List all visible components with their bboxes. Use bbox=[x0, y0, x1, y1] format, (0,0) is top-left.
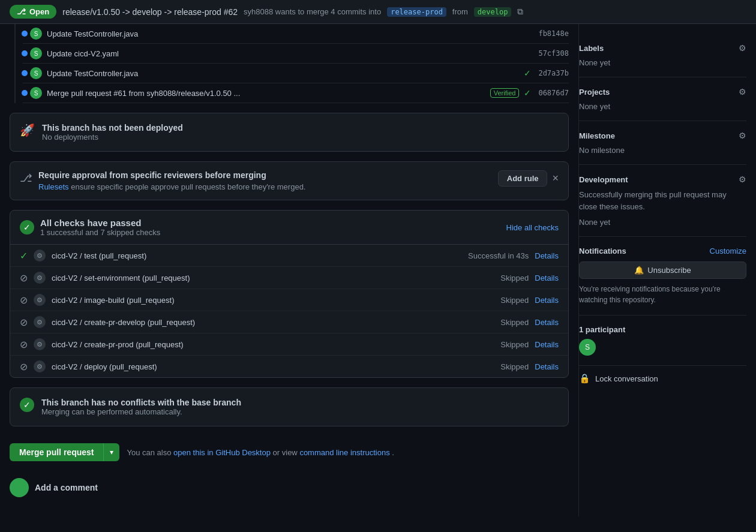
no-conflict-icon: ✓ bbox=[20, 398, 34, 412]
labels-title: Labels bbox=[579, 44, 604, 53]
list-item: ⊘ ⚙ cicd-V2 / deploy (pull_request) Skip… bbox=[10, 356, 568, 377]
check-status: Skipped bbox=[500, 362, 529, 371]
details-link[interactable]: Details bbox=[535, 273, 559, 282]
avatar: S bbox=[30, 67, 42, 79]
commit-sha[interactable]: 06876d7 bbox=[538, 89, 569, 97]
check-status: Skipped bbox=[500, 273, 529, 282]
unsubscribe-label: Unsubscribe bbox=[647, 266, 691, 275]
merge-pull-request-button[interactable]: Merge pull request bbox=[10, 443, 103, 461]
add-comment-title: Add a comment bbox=[35, 483, 98, 492]
main-content: S Update TestController.java fb8148e S U… bbox=[0, 24, 578, 516]
check-status: Successful in 43s bbox=[468, 251, 529, 260]
no-conflict-subtitle: Merging can be performed automatically. bbox=[41, 407, 241, 416]
open-label: Open bbox=[29, 7, 49, 16]
deploy-notice: 🚀 This branch has not been deployed No d… bbox=[10, 113, 569, 152]
hide-checks-link[interactable]: Hide all checks bbox=[506, 223, 559, 232]
cli-instructions-link[interactable]: command line instructions bbox=[299, 448, 389, 457]
from-text: from bbox=[452, 7, 468, 16]
add-comment-section: Add a comment bbox=[10, 468, 569, 507]
table-row: S Update TestController.java ✓ 2d7a37b bbox=[23, 64, 569, 83]
commit-sha[interactable]: fb8148e bbox=[538, 29, 569, 38]
notifications-desc: You're receiving notifications because y… bbox=[579, 284, 746, 305]
no-conflict-section: ✓ This branch has no conflicts with the … bbox=[10, 387, 569, 426]
open-desktop-link[interactable]: open this in GitHub Desktop bbox=[173, 448, 271, 457]
checks-section: ✓ All checks have passed 1 successful an… bbox=[10, 210, 569, 378]
labels-value: None yet bbox=[579, 58, 610, 67]
avatar: S bbox=[30, 87, 42, 99]
open-badge: ⎇ Open bbox=[10, 5, 56, 19]
details-link[interactable]: Details bbox=[535, 251, 559, 260]
list-item: ✓ ⚙ cicd-V2 / test (pull_request) Succes… bbox=[10, 245, 568, 267]
details-link[interactable]: Details bbox=[535, 318, 559, 327]
pr-title: release/v1.0.50 -> develop -> release-pr… bbox=[62, 7, 238, 17]
projects-value: None yet bbox=[579, 102, 610, 111]
rulesets-link[interactable]: Rulesets bbox=[38, 182, 69, 191]
commit-sha[interactable]: 2d7a37b bbox=[538, 69, 569, 77]
milestone-value: No milestone bbox=[579, 146, 625, 155]
check-name: cicd-V2 / test (pull_request) bbox=[52, 251, 462, 260]
customize-notifications-link[interactable]: Customize bbox=[710, 247, 746, 256]
sidebar-development-section: Development ⚙ Successfully merging this … bbox=[579, 165, 746, 237]
commits-section: S Update TestController.java fb8148e S U… bbox=[14, 24, 569, 103]
check-status: Skipped bbox=[500, 318, 529, 327]
source-branch[interactable]: develop bbox=[474, 7, 512, 17]
development-gear-icon[interactable]: ⚙ bbox=[739, 175, 746, 184]
commit-message: Update TestController.java bbox=[47, 29, 533, 38]
participants-title: 1 participant bbox=[579, 325, 746, 334]
target-branch[interactable]: release-prod bbox=[387, 7, 446, 17]
development-value: None yet bbox=[579, 218, 610, 227]
ruleset-banner: ⎇ Require approval from specific reviewe… bbox=[10, 161, 569, 200]
check-skip-icon: ⊘ bbox=[20, 339, 28, 350]
sidebar-projects-section: Projects ⚙ None yet bbox=[579, 77, 746, 121]
sidebar-labels-section: Labels ⚙ None yet bbox=[579, 34, 746, 77]
commit-message: Update TestController.java bbox=[47, 69, 519, 78]
checks-subtitle: 1 successful and 7 skipped checks bbox=[40, 228, 160, 237]
milestone-title: Milestone bbox=[579, 131, 615, 140]
merge-row: Merge pull request ▾ You can also open t… bbox=[10, 436, 569, 468]
unsubscribe-button[interactable]: 🔔 Unsubscribe bbox=[579, 262, 746, 279]
github-actions-icon: ⚙ bbox=[34, 294, 46, 306]
avatar: S bbox=[30, 47, 42, 59]
table-row: S Merge pull request #61 from syh8088/re… bbox=[23, 83, 569, 103]
details-link[interactable]: Details bbox=[535, 296, 559, 305]
check-icon: ✓ bbox=[524, 68, 531, 78]
milestone-gear-icon[interactable]: ⚙ bbox=[739, 131, 746, 140]
details-link[interactable]: Details bbox=[535, 362, 559, 371]
ruleset-desc: Rulesets ensure specific people approve … bbox=[38, 182, 305, 191]
check-status: Skipped bbox=[500, 340, 529, 349]
commit-sha[interactable]: 57cf308 bbox=[538, 49, 569, 58]
github-actions-icon: ⚙ bbox=[34, 338, 46, 350]
merge-button-group: Merge pull request ▾ bbox=[10, 443, 119, 461]
github-actions-icon: ⚙ bbox=[34, 316, 46, 328]
list-item: ⊘ ⚙ cicd-V2 / create-pr-develop (pull_re… bbox=[10, 311, 568, 333]
check-status: Skipped bbox=[500, 296, 529, 305]
top-bar: ⎇ Open release/v1.0.50 -> develop -> rel… bbox=[0, 0, 756, 24]
no-conflict-title: This branch has no conflicts with the ba… bbox=[41, 398, 241, 407]
sidebar-milestone-section: Milestone ⚙ No milestone bbox=[579, 121, 746, 165]
deploy-sub: No deployments bbox=[42, 133, 183, 142]
details-link[interactable]: Details bbox=[535, 340, 559, 349]
labels-gear-icon[interactable]: ⚙ bbox=[739, 43, 746, 53]
check-name: cicd-V2 / image-build (pull_request) bbox=[52, 296, 494, 305]
participant-avatar[interactable]: S bbox=[579, 339, 596, 356]
sidebar-participants-section: 1 participant S bbox=[579, 315, 746, 366]
projects-gear-icon[interactable]: ⚙ bbox=[739, 87, 746, 97]
lock-icon: 🔒 bbox=[579, 373, 590, 384]
merge-options-dropdown[interactable]: ▾ bbox=[103, 443, 119, 461]
check-skip-icon: ⊘ bbox=[20, 294, 28, 306]
lock-label: Lock conversation bbox=[595, 374, 658, 383]
list-item: ⊘ ⚙ cicd-V2 / image-build (pull_request)… bbox=[10, 289, 568, 311]
check-name: cicd-V2 / deploy (pull_request) bbox=[52, 362, 494, 371]
merge-icon: ⎇ bbox=[17, 7, 26, 16]
add-rule-button[interactable]: Add rule bbox=[498, 170, 548, 187]
close-ruleset-button[interactable]: × bbox=[552, 172, 559, 185]
list-item: ⊘ ⚙ cicd-V2 / create-pr-prod (pull_reque… bbox=[10, 333, 568, 356]
deploy-title: This branch has not been deployed bbox=[42, 123, 183, 133]
copy-icon[interactable]: ⧉ bbox=[517, 7, 523, 17]
lock-conversation-row[interactable]: 🔒 Lock conversation bbox=[579, 366, 746, 391]
check-name: cicd-V2 / set-environment (pull_request) bbox=[52, 273, 494, 282]
github-actions-icon: ⚙ bbox=[34, 250, 46, 262]
merge-info-text: syh8088 wants to merge 4 commits into bbox=[244, 7, 381, 16]
development-title: Development bbox=[579, 175, 628, 184]
sidebar-notifications-section: Notifications Customize 🔔 Unsubscribe Yo… bbox=[579, 237, 746, 315]
